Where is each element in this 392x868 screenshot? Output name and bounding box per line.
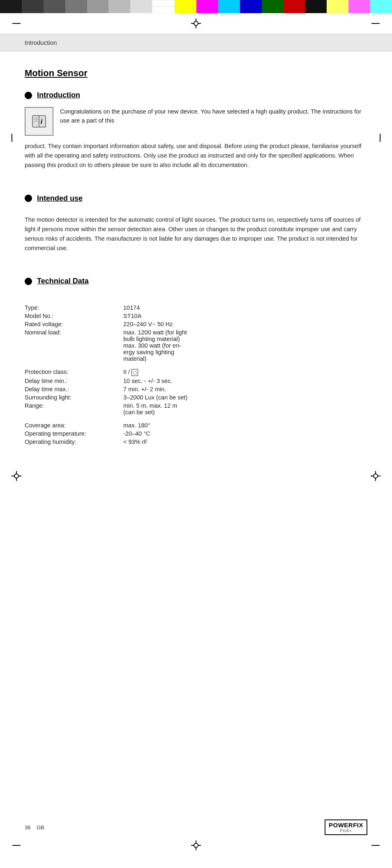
brand-sub: Profi+ — [340, 829, 352, 833]
footer: 36 GB POWERFIX Profi+ — [0, 819, 392, 835]
color-bar-top — [0, 0, 392, 7]
section-tech-title: Technical Data — [37, 277, 89, 285]
intro-inline-text: Congratulations on the purchase of your … — [60, 107, 367, 136]
brand-logo: POWERFIX Profi+ — [325, 819, 367, 835]
tech-label-model: Model No.: — [25, 313, 123, 319]
footer-page-info: 36 GB — [25, 824, 44, 831]
footer-language: GB — [37, 824, 44, 831]
tech-value-voltage: 220–240 V~ 50 Hz — [123, 321, 367, 327]
tech-value-range: min. 5 m, max. 12 m (can be set) — [123, 402, 367, 415]
tech-label-type: Type: — [25, 304, 123, 311]
margin-mark-right-top — [371, 23, 380, 24]
section-intro-heading: Introduction — [25, 91, 367, 100]
svg-text:i: i — [41, 118, 43, 125]
section-intended-title: Intended use — [37, 194, 83, 203]
section-intended-heading: Intended use — [25, 194, 367, 203]
intended-body-text: The motion detector is intended for the … — [25, 215, 367, 253]
tech-label-humidity: Operating humidity: — [25, 439, 123, 445]
info-box: i Congratulations on the purchase of you… — [25, 107, 367, 136]
tech-value-coverage: max. 180° — [123, 422, 367, 429]
tech-row-range: Range: min. 5 m, max. 12 m (can be set) — [25, 402, 367, 415]
tech-value-protection: II / □ — [123, 369, 367, 376]
intro-body-text: product. They contain important informat… — [25, 142, 367, 170]
margin-mark-left-top — [12, 23, 21, 24]
tech-row-coverage: Coverage area: max. 180° — [25, 422, 367, 429]
tech-label-coverage: Coverage area: — [25, 422, 123, 429]
doc-title: Motion Sensor — [25, 68, 367, 79]
color-bars — [0, 0, 392, 13]
margin-mark-left-bottom — [12, 845, 21, 846]
crosshair-top — [191, 19, 201, 28]
tech-row-delay-max: Delay time max.: 7 min. +/- 2 min. — [25, 386, 367, 392]
tech-row-type: Type: 10174 — [25, 304, 367, 311]
color-bar-bottom — [0, 7, 392, 13]
tech-row-light: Surrounding light: 3–2000 Lux (can be se… — [25, 394, 367, 401]
protection-box-symbol: □ — [131, 369, 138, 376]
tech-label-protection: Protection class: — [25, 369, 123, 375]
page: Introduction Motion Sensor Introduction — [0, 0, 392, 868]
header-banner: Introduction — [0, 34, 392, 51]
book-i-icon: i — [29, 111, 49, 131]
bullet-tech — [25, 278, 32, 285]
tech-label-range: Range: — [25, 402, 123, 409]
tech-row-temp: Operating temperature: -20–40 °C — [25, 430, 367, 437]
book-icon-svg: i — [29, 111, 49, 131]
tech-label-load: Nominal load: — [25, 329, 123, 336]
crosshair-bottom — [191, 840, 201, 850]
margin-mark-right-bottom — [371, 845, 380, 846]
tech-value-delay-min: 10 sec. - +/- 3 sec. — [123, 378, 367, 384]
footer-page-number: 36 — [25, 824, 30, 831]
bullet-intro — [25, 92, 32, 99]
margin-mark-left-mid — [12, 134, 12, 142]
tech-label-light: Surrounding light: — [25, 394, 123, 401]
info-icon-box: i — [25, 107, 53, 136]
tech-label-delay-max: Delay time max.: — [25, 386, 123, 392]
tech-value-humidity: < 93% rF — [123, 439, 367, 445]
brand-name: POWERFIX — [329, 822, 363, 829]
bullet-intended — [25, 195, 32, 202]
margin-mark-right-mid — [380, 134, 380, 142]
tech-row-humidity: Operating humidity: < 93% rF — [25, 439, 367, 445]
tech-label-voltage: Rated voltage: — [25, 321, 123, 327]
tech-value-light: 3–2000 Lux (can be set) — [123, 394, 367, 401]
main-content: Motion Sensor Introduction — [0, 51, 392, 463]
tech-row-model: Model No.: ST10A — [25, 313, 367, 319]
tech-data-table: Type: 10174 Model No.: ST10A Rated volta… — [25, 304, 367, 445]
tech-value-temp: -20–40 °C — [123, 430, 367, 437]
tech-label-temp: Operating temperature: — [25, 430, 123, 437]
top-registration-area — [0, 13, 392, 34]
tech-row-voltage: Rated voltage: 220–240 V~ 50 Hz — [25, 321, 367, 327]
tech-value-delay-max: 7 min. +/- 2 min. — [123, 386, 367, 392]
tech-value-model: ST10A — [123, 313, 367, 319]
section-tech-heading: Technical Data — [25, 277, 367, 285]
tech-row-delay-min: Delay time min.: 10 sec. - +/- 3 sec. — [25, 378, 367, 384]
header-label: Introduction — [25, 39, 57, 46]
tech-value-type: 10174 — [123, 304, 367, 311]
tech-row-load: Nominal load: max. 1200 watt (for light … — [25, 329, 367, 362]
bottom-registration — [0, 835, 392, 856]
tech-row-protection: Protection class: II / □ — [25, 369, 367, 376]
left-mid-crosshair — [12, 471, 21, 481]
tech-label-delay-min: Delay time min.: — [25, 378, 123, 384]
right-mid-crosshair — [371, 471, 380, 481]
tech-value-load: max. 1200 watt (for light bulb lighting … — [123, 329, 367, 362]
section-intro-title: Introduction — [37, 91, 80, 100]
